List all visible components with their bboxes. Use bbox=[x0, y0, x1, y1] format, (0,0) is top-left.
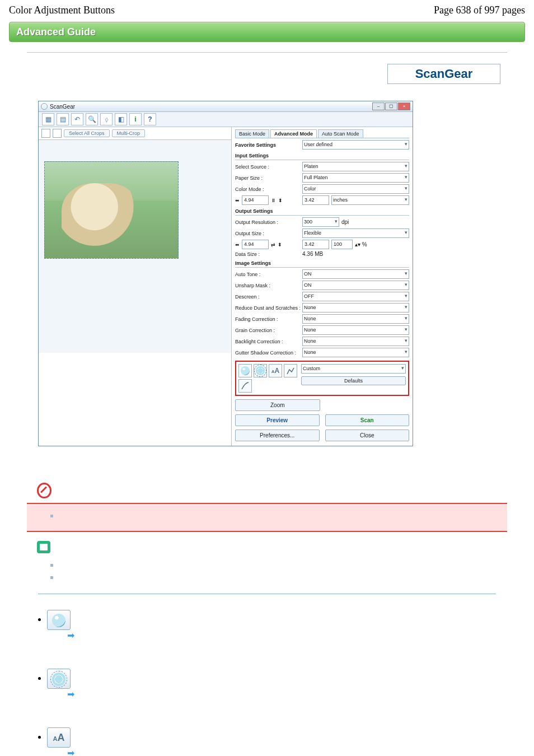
out-percent[interactable]: 100 bbox=[331, 240, 353, 249]
rotate-left-icon[interactable]: ↶ bbox=[71, 113, 83, 125]
scangear-heading: ScanGear bbox=[387, 64, 500, 84]
close-dialog-button[interactable]: Close bbox=[325, 430, 410, 441]
zoom-button[interactable]: Zoom bbox=[235, 399, 320, 411]
imgset-select[interactable]: OFF bbox=[302, 292, 409, 301]
favorite-select[interactable]: User defined bbox=[302, 140, 409, 150]
bullet-icon bbox=[50, 515, 53, 517]
ruler-icon[interactable]: ⎀ bbox=[100, 113, 113, 125]
color-balance-button[interactable] bbox=[254, 364, 267, 377]
imgset-label: Grain Correction : bbox=[235, 328, 302, 333]
note-section bbox=[27, 538, 507, 594]
out-width[interactable]: 4.94 bbox=[242, 240, 269, 249]
note-list bbox=[27, 553, 507, 589]
imgset-select[interactable]: None bbox=[302, 325, 409, 335]
preferences-button[interactable]: Preferences... bbox=[235, 430, 320, 441]
imgset-label: Backlight Correction : bbox=[235, 339, 302, 344]
imgset-label: Unsharp Mask : bbox=[235, 283, 302, 288]
imgset-select[interactable]: ON bbox=[302, 269, 409, 279]
tab-basic[interactable]: Basic Mode bbox=[235, 129, 269, 138]
source-select[interactable]: Platen bbox=[302, 162, 409, 171]
select-all-crops-button[interactable]: Select All Crops bbox=[64, 129, 110, 137]
no-entry-icon bbox=[37, 483, 51, 498]
imgset-select[interactable]: None bbox=[302, 303, 409, 312]
tone-curve-button[interactable] bbox=[238, 379, 252, 393]
imgset-label: Fading Correction : bbox=[235, 316, 302, 322]
scangear-window: ScanGear – ▢ × ▦ ▤ ↶ 🔍 ⎀ ◧ i ? Select Al… bbox=[38, 101, 413, 446]
input-width[interactable]: 4.94 bbox=[242, 195, 269, 205]
output-settings-header: Output Settings bbox=[235, 208, 409, 216]
outsize-select[interactable]: Flexible bbox=[302, 228, 409, 238]
percent-stepper[interactable]: ▴▾ % bbox=[355, 241, 367, 248]
out-height[interactable]: 3.42 bbox=[302, 240, 329, 249]
out-link-icon[interactable]: ⇄ bbox=[271, 242, 275, 248]
tab-auto[interactable]: Auto Scan Mode bbox=[318, 129, 363, 138]
list-item: AA ➡ bbox=[47, 727, 507, 756]
help-icon[interactable]: ? bbox=[144, 113, 156, 125]
multi-crop-button[interactable]: Multi-Crop bbox=[112, 129, 146, 137]
brightness-button[interactable]: AA bbox=[269, 364, 282, 377]
bullet-icon bbox=[50, 576, 53, 579]
input-height[interactable]: 3.42 bbox=[302, 195, 329, 205]
source-label: Select Source : bbox=[235, 164, 302, 170]
color-icon[interactable]: ◧ bbox=[115, 113, 127, 125]
brightness-contrast-button-icon: AA bbox=[47, 727, 71, 748]
height-icon: ⬍ bbox=[278, 198, 283, 203]
saturation-button[interactable] bbox=[238, 364, 252, 377]
maximize-button[interactable]: ▢ bbox=[385, 102, 397, 110]
res-select[interactable]: 300 bbox=[302, 217, 339, 227]
breadcrumb-divider bbox=[27, 52, 507, 53]
paper-label: Paper Size : bbox=[235, 175, 302, 181]
preview-canvas[interactable] bbox=[39, 140, 231, 353]
tab-advanced[interactable]: Advanced Mode bbox=[270, 129, 317, 138]
image-settings-header: Image Settings bbox=[235, 260, 409, 268]
imgset-select[interactable]: None bbox=[302, 348, 409, 357]
link-arrow-icon: ➡ bbox=[67, 748, 507, 756]
out-height-icon: ⬍ bbox=[278, 242, 282, 248]
window-titlebar: ScanGear – ▢ × bbox=[39, 101, 413, 112]
book-icon bbox=[37, 541, 50, 553]
preview-button[interactable]: Preview bbox=[235, 414, 320, 426]
imgset-select[interactable]: None bbox=[302, 337, 409, 346]
link-arrow-icon: ➡ bbox=[67, 689, 507, 699]
important-section bbox=[27, 480, 507, 532]
settings-panel: Basic Mode Advanced Mode Auto Scan Mode … bbox=[232, 127, 413, 446]
custom-select[interactable]: Custom bbox=[301, 364, 406, 374]
imgset-select[interactable]: ON bbox=[302, 281, 409, 290]
window-title-text: ScanGear bbox=[50, 104, 75, 110]
mode-tabs: Basic Mode Advanced Mode Auto Scan Mode bbox=[235, 129, 409, 138]
link-arrow-icon: ➡ bbox=[67, 630, 507, 641]
paper-select[interactable]: Full Platen bbox=[302, 173, 409, 183]
datasize-label: Data Size : bbox=[235, 251, 302, 257]
res-unit: dpi bbox=[341, 219, 349, 225]
colormode-select[interactable]: Color bbox=[302, 184, 409, 194]
toolbar: ▦ ▤ ↶ 🔍 ⎀ ◧ i ? bbox=[39, 112, 413, 127]
preview-image[interactable] bbox=[44, 161, 179, 259]
unit-select[interactable]: inches bbox=[331, 195, 409, 205]
info-icon[interactable]: i bbox=[129, 113, 142, 125]
outsize-label: Output Size : bbox=[235, 231, 302, 236]
list-item: ➡ bbox=[47, 610, 507, 641]
input-settings-header: Input Settings bbox=[235, 153, 409, 160]
thumb-icon[interactable]: ▦ bbox=[42, 113, 54, 125]
page-counter: Page 638 of 997 pages bbox=[434, 4, 525, 16]
saturation-balance-button-icon bbox=[47, 610, 71, 630]
minimize-button[interactable]: – bbox=[372, 102, 385, 110]
button-list: ➡ ➡ AA ➡ bbox=[27, 610, 507, 756]
preview-subject bbox=[62, 183, 140, 253]
favorite-label: Favorite Settings bbox=[235, 142, 302, 148]
color-balance-button-icon bbox=[47, 669, 71, 689]
crop-tool-icon[interactable] bbox=[41, 129, 50, 138]
res-label: Output Resolution : bbox=[235, 220, 302, 225]
histogram-button[interactable] bbox=[284, 364, 297, 377]
lock-icon[interactable]: ⏸ bbox=[271, 198, 276, 203]
zoom-icon[interactable]: 🔍 bbox=[86, 113, 98, 125]
close-button[interactable]: × bbox=[398, 102, 410, 110]
imgset-select[interactable]: None bbox=[302, 314, 409, 324]
move-tool-icon[interactable] bbox=[53, 129, 62, 138]
app-icon bbox=[41, 103, 48, 110]
imgset-label: Descreen : bbox=[235, 294, 302, 300]
section-divider bbox=[38, 594, 496, 594]
scan-button[interactable]: Scan bbox=[325, 414, 410, 426]
grid-icon[interactable]: ▤ bbox=[57, 113, 69, 125]
defaults-button[interactable]: Defaults bbox=[301, 376, 406, 385]
